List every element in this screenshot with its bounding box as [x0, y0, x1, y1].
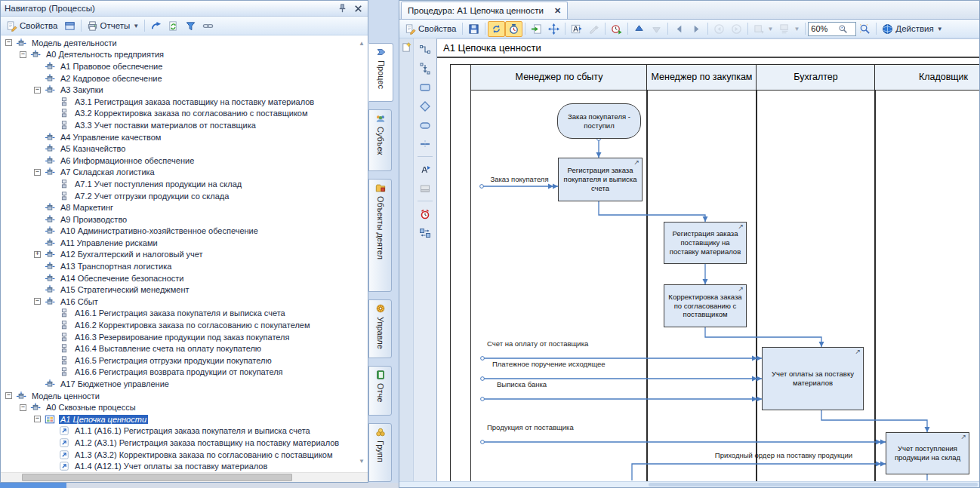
pick2-button[interactable]: ▼ — [776, 21, 803, 37]
tree-horizontal-scrollbar[interactable] — [1, 472, 368, 482]
chain-button[interactable] — [199, 18, 217, 34]
brush-button[interactable] — [585, 21, 602, 37]
tree-item[interactable]: A2 Кадровое обеспечение — [1, 72, 368, 84]
zoom-input[interactable]: 60% — [808, 22, 856, 36]
collapse-icon[interactable]: − — [34, 87, 41, 94]
collapse-icon[interactable]: − — [34, 416, 41, 422]
tree-item[interactable]: +A12 Бухгалтерский и налоговый учет — [1, 249, 368, 261]
tree-item[interactable]: A16.4 Выставление счета на оплату покупа… — [1, 342, 368, 354]
refresh-page-button[interactable] — [165, 18, 182, 34]
canvas-horizontal-scrollbar[interactable] — [399, 481, 979, 487]
timer-run-button[interactable] — [608, 21, 625, 37]
decision-shape-tool[interactable] — [416, 98, 434, 114]
lane-header[interactable]: Кладовщик — [874, 64, 979, 91]
tree-item[interactable]: A16.5 Регистрация отгрузки продукции пок… — [1, 354, 368, 367]
tree-item[interactable]: A17 Бюджетное управление — [1, 378, 368, 390]
sync-a-button[interactable] — [488, 21, 505, 37]
tree-item[interactable]: A6 Информационное обеспечение — [1, 155, 368, 167]
tree-item[interactable]: A16.3 Резервирование продукции под заказ… — [1, 331, 368, 343]
fit-move-button[interactable] — [545, 21, 562, 37]
tree-item[interactable]: −Модель ценности — [1, 390, 368, 402]
tree-item[interactable]: A7.2 Учет отгрузки продукции со склада — [1, 190, 368, 202]
up-blue-button[interactable] — [630, 21, 648, 37]
свойства-button[interactable]: Свойства — [402, 21, 460, 37]
pin-icon[interactable] — [337, 3, 348, 14]
tree-item[interactable]: A16.6 Регистрация возврата продукции от … — [1, 367, 368, 379]
process-shape-tool[interactable] — [416, 79, 434, 95]
side-tab-отче[interactable]: Отче — [368, 366, 392, 416]
a-note-button[interactable] — [568, 21, 585, 37]
tree-hscroll-thumb[interactable] — [22, 474, 292, 481]
tree-item[interactable]: A1.3 (A3.2) Корректировка заказа по согл… — [1, 449, 368, 461]
scroll-down-icon[interactable]: ▼ — [359, 459, 365, 465]
tree-item[interactable]: −A0 Деятельность предприятия — [1, 49, 368, 61]
flow-arrow-tool[interactable] — [416, 60, 434, 76]
close-icon[interactable] — [353, 3, 364, 14]
page-green-arrow-button[interactable] — [528, 21, 545, 37]
tree-item[interactable]: A1.1 (A16.1) Регистрация заказа покупате… — [1, 425, 368, 437]
tab-procedure-value-chain[interactable]: Процедура: A1 Цепочка ценности ✕ — [401, 2, 568, 19]
process-node[interactable]: Регистрация заказа покупателя и выписка … — [558, 158, 643, 201]
collapse-icon[interactable]: − — [20, 404, 26, 411]
отчеты-button[interactable]: Отчеты▼ — [84, 18, 143, 34]
new-page-icon[interactable] — [401, 41, 412, 53]
tree-item[interactable]: A1.4 (A12.1) Учет оплаты за поставку мат… — [1, 460, 368, 472]
canvas-hscroll-thumb[interactable] — [649, 483, 978, 486]
tree-item[interactable]: −A16 Сбыт — [1, 296, 368, 308]
filter-button[interactable] — [182, 18, 199, 34]
event-shape-tool[interactable] — [416, 117, 434, 133]
alarm-tool[interactable] — [416, 206, 434, 222]
back-circ-button[interactable] — [710, 21, 728, 37]
tree-item[interactable]: A14 Обеспечение безопасности — [1, 272, 368, 284]
tree-item[interactable]: A3.3 Учет поставки материалов от поставщ… — [1, 119, 368, 131]
side-tab-управле[interactable]: Управле — [368, 299, 392, 358]
left-arrow-button[interactable] — [670, 21, 688, 37]
fwd-circ-button[interactable] — [728, 21, 745, 37]
tree-item[interactable]: A5 Казначейство — [1, 143, 368, 155]
split-line-tool[interactable] — [416, 136, 434, 152]
lane-header[interactable]: Бухгалтер — [756, 64, 876, 91]
process-node[interactable]: Регистрация заказа поставщику на поставк… — [664, 222, 747, 264]
side-tab-субъек[interactable]: Субъек — [368, 109, 392, 171]
tree-item[interactable]: A16.1 Регистрация заказа покупателя и вы… — [1, 308, 368, 320]
действия-button[interactable]: Действия▼ — [879, 21, 945, 37]
collapse-icon[interactable]: − — [34, 169, 41, 176]
tree-item[interactable]: A9 Производство — [1, 213, 368, 226]
event-node[interactable]: Заказ покупателя - поступил — [557, 103, 641, 139]
collapse-icon[interactable]: − — [34, 298, 41, 305]
tree-item[interactable]: A4 Управление качеством — [1, 131, 368, 143]
window-button[interactable] — [61, 18, 79, 34]
diagram-canvas[interactable]: A1 Цепочка ценности Менеджер по сбытуМен… — [436, 38, 979, 481]
text-tool-tool[interactable] — [416, 161, 434, 177]
expand-icon[interactable]: + — [34, 251, 41, 258]
tree-item[interactable]: A10 Административно-хозяйственное обеспе… — [1, 226, 368, 238]
tree-item[interactable]: A1.2 (A3.1) Регистрация заказа поставщик… — [1, 437, 368, 449]
collapse-icon[interactable]: − — [5, 392, 12, 399]
side-tab-процес[interactable]: Процес — [368, 43, 393, 102]
process-node[interactable]: Учет поступления продукции на склад↗ — [886, 432, 969, 474]
tree-item[interactable]: −A7 Складская логистика — [1, 167, 368, 179]
lane-header[interactable]: Менеджер по сбыту — [470, 64, 648, 91]
lane-header[interactable]: Менеджер по закупкам — [646, 64, 757, 91]
process-node[interactable]: Учет оплаты за поставку материалов↗ — [762, 347, 864, 410]
tree-item[interactable]: A7.1 Учет поступления продукции на склад — [1, 178, 368, 190]
collapse-icon[interactable]: − — [20, 51, 26, 58]
tree-item[interactable]: A8 Маркетинг — [1, 201, 368, 213]
save-button[interactable] — [465, 21, 482, 37]
tree-item[interactable]: A11 Управление рисками — [1, 237, 368, 249]
tree-item[interactable]: A13 Транспортная логистика — [1, 260, 368, 272]
свойства-button[interactable]: Свойства — [3, 18, 61, 34]
tree-item[interactable]: A3.2 Корректировка заказа по согласовани… — [1, 108, 368, 120]
tree-item[interactable]: A3.1 Регистрация заказа поставщику на по… — [1, 96, 368, 108]
side-tab-групп[interactable]: Групп — [368, 423, 392, 482]
tree-item[interactable]: A1 Правовое обеспечение — [1, 60, 368, 72]
tree-item[interactable]: −A1 Цепочка ценности — [1, 413, 368, 425]
goto-button[interactable] — [147, 18, 165, 34]
scroll-up-icon[interactable]: ▲ — [359, 41, 365, 47]
collapse-icon[interactable]: − — [5, 39, 12, 46]
right-arrow-button[interactable] — [688, 21, 705, 37]
pick1-button[interactable]: ▼ — [750, 21, 777, 37]
interface-tool-tool[interactable] — [416, 225, 434, 241]
zoom-fit-button[interactable] — [856, 21, 874, 37]
tree-item[interactable]: −Модель деятельности — [1, 37, 368, 49]
